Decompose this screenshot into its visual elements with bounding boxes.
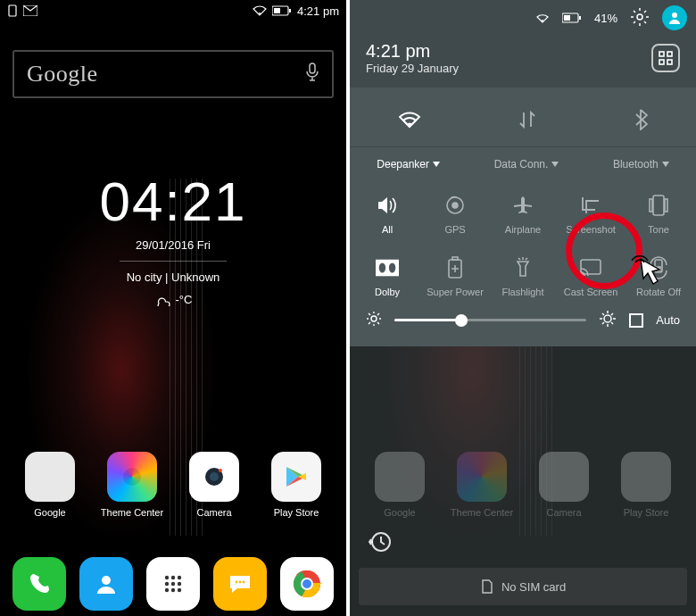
svg-rect-4 — [274, 8, 280, 13]
clock-time: 04:21 — [0, 170, 346, 233]
google-logo: Google — [27, 61, 98, 87]
google-search-bar[interactable]: Google — [12, 50, 334, 98]
app-play-store[interactable]: Play Store — [261, 452, 332, 518]
svg-point-21 — [239, 581, 242, 584]
app-camera[interactable]: Camera — [178, 452, 250, 518]
svg-point-16 — [178, 582, 181, 586]
svg-point-31 — [637, 14, 642, 20]
clock-date: 29/01/2016 Fri — [0, 238, 346, 252]
panel-header: 4:21 pm Friday 29 January — [350, 36, 696, 87]
wifi-icon — [535, 12, 550, 23]
tiles-row-1: All GPS Airplane Screenshot Tone — [350, 181, 696, 247]
svg-rect-36 — [667, 60, 672, 64]
svg-point-13 — [178, 576, 181, 579]
svg-point-27 — [542, 20, 543, 21]
app-label: Theme Center — [101, 507, 163, 518]
dock-messages[interactable] — [213, 557, 267, 611]
svg-rect-29 — [564, 15, 570, 21]
brightness-row: Auto — [350, 303, 696, 330]
svg-point-18 — [171, 588, 175, 592]
dock-contacts[interactable] — [79, 557, 133, 611]
tile-dolby[interactable]: Dolby — [355, 256, 419, 297]
svg-point-8 — [210, 472, 219, 481]
pointer-icon — [630, 254, 666, 296]
svg-rect-6 — [310, 63, 315, 73]
svg-point-39 — [452, 203, 458, 208]
profile-avatar[interactable] — [662, 5, 687, 30]
svg-point-11 — [165, 576, 169, 579]
wifi-toggle-icon[interactable] — [398, 111, 421, 132]
svg-rect-40 — [653, 196, 664, 215]
battery-percent: 41% — [594, 12, 617, 25]
no-sim-banner[interactable]: No SIM card — [359, 568, 687, 605]
svg-point-44 — [379, 262, 385, 272]
tile-gps[interactable]: GPS — [423, 194, 487, 235]
svg-point-53 — [604, 315, 611, 322]
svg-rect-34 — [667, 52, 672, 56]
gps-icon — [443, 194, 467, 217]
svg-point-10 — [102, 576, 111, 585]
no-sim-label: No SIM card — [501, 580, 566, 594]
network-icons-row — [350, 100, 696, 143]
mail-icon — [23, 5, 37, 16]
data-dropdown[interactable]: Data Conn. — [494, 158, 559, 171]
svg-point-22 — [243, 581, 245, 584]
svg-point-25 — [302, 579, 311, 588]
network-labels-row: Deepanker Data Conn. Bluetooth — [350, 151, 696, 181]
bluetooth-dropdown[interactable]: Bluetooth — [613, 158, 669, 171]
battery-plus-icon — [443, 256, 467, 279]
grid-toggle-icon[interactable] — [651, 44, 680, 72]
phone-right-quicksettings: Google Theme Center Camera Play Store No… — [350, 0, 696, 616]
battery-icon — [272, 5, 292, 16]
svg-point-52 — [371, 316, 377, 321]
wifi-icon — [253, 5, 267, 16]
history-icon[interactable] — [366, 529, 393, 559]
svg-rect-42 — [665, 199, 667, 212]
svg-rect-35 — [659, 60, 664, 64]
app-theme-center[interactable]: Theme Center — [96, 452, 168, 518]
panel-time[interactable]: 4:21 pm — [366, 41, 459, 62]
brightness-slider[interactable] — [394, 319, 586, 321]
dolby-icon — [376, 256, 399, 279]
svg-point-20 — [236, 581, 238, 584]
tile-all[interactable]: All — [355, 194, 419, 235]
quick-settings-body: Deepanker Data Conn. Bluetooth All GPS A… — [350, 87, 696, 346]
svg-rect-5 — [289, 9, 291, 12]
brightness-low-icon — [366, 311, 382, 329]
panel-status-bar: 41% — [350, 0, 696, 36]
brightness-high-icon — [599, 310, 617, 330]
dock — [0, 557, 346, 611]
battery-icon — [562, 12, 582, 23]
clock-widget[interactable]: 04:21 29/01/2016 Fri No city | Unknown -… — [0, 170, 346, 306]
panel-date[interactable]: Friday 29 January — [366, 62, 459, 75]
tile-flashlight[interactable]: Flashlight — [491, 256, 555, 297]
tile-super-power[interactable]: Super Power — [423, 256, 487, 297]
bluetooth-toggle-icon[interactable] — [634, 109, 648, 134]
app-google-folder[interactable]: Google — [14, 452, 86, 518]
data-toggle-icon[interactable] — [518, 109, 536, 134]
settings-icon[interactable] — [630, 7, 650, 29]
volume-icon — [376, 194, 399, 217]
dock-phone[interactable] — [12, 557, 66, 611]
dock-apps[interactable] — [146, 557, 200, 611]
svg-rect-30 — [579, 16, 581, 20]
svg-rect-47 — [452, 257, 458, 260]
wifi-dropdown[interactable]: Deepanker — [377, 158, 440, 171]
tile-airplane[interactable]: Airplane — [491, 194, 555, 235]
svg-point-2 — [259, 12, 261, 14]
status-time: 4:21 pm — [297, 4, 339, 18]
airplane-icon — [511, 194, 534, 217]
app-label: Google — [34, 507, 65, 518]
flashlight-icon — [511, 256, 534, 279]
svg-point-32 — [672, 12, 677, 18]
svg-point-17 — [165, 588, 169, 592]
tone-icon — [647, 194, 670, 217]
auto-brightness-checkbox[interactable] — [629, 313, 643, 328]
status-bar: 4:21 pm — [0, 0, 346, 21]
svg-point-45 — [389, 262, 395, 272]
dock-chrome[interactable] — [280, 557, 334, 611]
svg-point-14 — [165, 582, 169, 586]
mic-icon[interactable] — [305, 62, 319, 86]
tile-tone[interactable]: Tone — [626, 194, 691, 235]
svg-point-15 — [171, 582, 175, 586]
